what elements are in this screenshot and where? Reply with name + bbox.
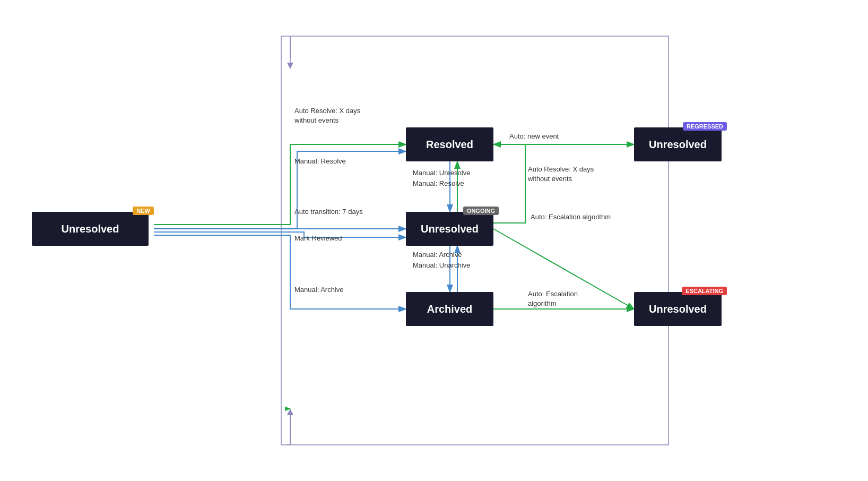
- node-unresolved-regressed: Unresolved REGRESSED: [634, 127, 722, 161]
- node-resolved: Resolved: [406, 127, 493, 161]
- badge-escalating: ESCALATING: [682, 287, 727, 295]
- label-manual-resolve: Manual: Resolve: [294, 157, 346, 166]
- node-unresolved-escalating-label: Unresolved: [649, 303, 707, 315]
- label-mark-reviewed: Mark Reviewed: [294, 234, 342, 243]
- node-unresolved-ongoing: Unresolved ONGOING: [406, 212, 493, 246]
- label-manual-archive-unarchive: Manual: ArchiveManual: Unarchive: [413, 250, 470, 270]
- label-auto-resolve-right: Auto Resolve: X days without events: [528, 165, 602, 184]
- label-manual-archive-main: Manual: Archive: [294, 285, 344, 295]
- label-manual-unresolve-resolve: Manual: UnresolveManual: Resolve: [413, 168, 470, 188]
- label-auto-resolve-top: Auto Resolve: X days without events: [294, 106, 379, 125]
- badge-new: NEW: [133, 207, 154, 215]
- badge-regressed: REGRESSED: [683, 122, 727, 131]
- label-auto-escalation-top: Auto: Escalation algorithm: [531, 212, 611, 222]
- diagram-container: Unresolved NEW Resolved Unresolved ONGOI…: [0, 0, 868, 481]
- label-auto-escalation-bottom: Auto: Escalationalgorithm: [528, 289, 578, 308]
- node-unresolved-regressed-label: Unresolved: [649, 139, 707, 151]
- svg-marker-5: [287, 409, 293, 415]
- node-archived-label: Archived: [427, 303, 473, 315]
- node-unresolved-new-label: Unresolved: [62, 223, 119, 235]
- badge-ongoing: ONGOING: [463, 207, 499, 215]
- node-unresolved-ongoing-label: Unresolved: [421, 223, 479, 235]
- label-auto-new-event: Auto: new event: [509, 132, 559, 141]
- node-resolved-label: Resolved: [426, 139, 473, 151]
- node-unresolved-new: Unresolved NEW: [32, 212, 149, 246]
- label-auto-transition: Auto transition: 7 days: [294, 207, 363, 217]
- svg-marker-3: [287, 63, 293, 69]
- node-archived: Archived: [406, 292, 493, 326]
- node-unresolved-escalating: Unresolved ESCALATING: [634, 292, 722, 326]
